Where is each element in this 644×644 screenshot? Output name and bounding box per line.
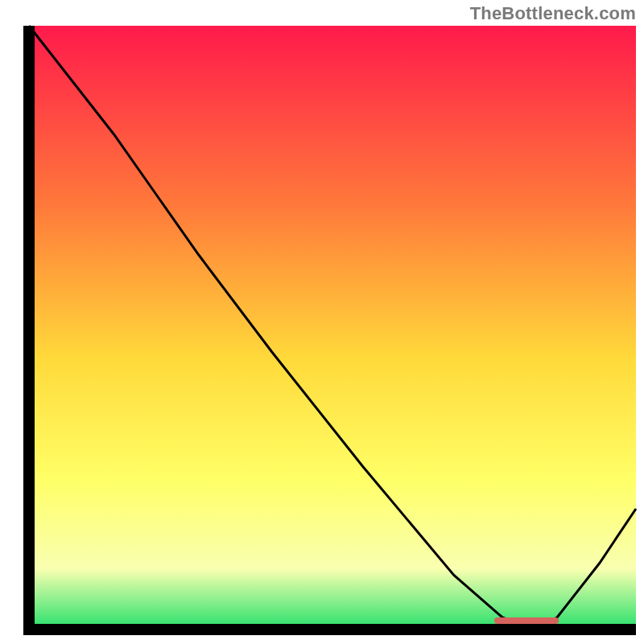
optimum-marker bbox=[494, 617, 559, 624]
plot-background bbox=[29, 26, 636, 630]
chart-stage: TheBottleneck.com bbox=[0, 0, 644, 644]
bottleneck-chart bbox=[0, 0, 644, 644]
